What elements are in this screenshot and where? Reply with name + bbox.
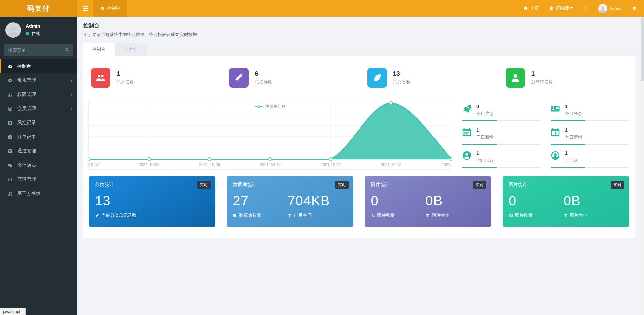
browser-status-tooltip: javascript:; (0, 308, 26, 315)
summary-label: 当前分类总记录数 (95, 212, 209, 218)
mini-stat-value: 0 (476, 103, 494, 109)
realtime-badge: 实时 (611, 181, 624, 189)
summary-card-database: 数据库统计 实时 27 数据表数量 704KB 占用空间 (227, 176, 353, 227)
sidebar-search (4, 44, 73, 56)
mini-stat-label: 月活跃 (565, 158, 578, 164)
tachometer-icon (7, 64, 13, 69)
mini-stat-label: 今日注册 (476, 111, 494, 117)
mini-stat-label: 七日新增 (565, 134, 582, 140)
svg-text:2021-10-11: 2021-10-11 (320, 162, 341, 167)
sidebar-item-risk-records[interactable]: 风控记录 (0, 116, 77, 130)
topnav-tab-dashboard[interactable]: 控制台 (93, 0, 127, 17)
sidebar-item-general[interactable]: 常规管理 ‹ (0, 73, 77, 88)
summary-value: 27 (233, 193, 288, 208)
fullscreen-button[interactable] (583, 6, 588, 11)
sidebar-item-third-party-login[interactable]: 第三方登录 (0, 186, 77, 201)
sidebar-item-label: 充值管理 (17, 176, 36, 182)
mini-stat-month-active: 1 月活跃 (551, 148, 630, 170)
sidebar-item-channels[interactable]: 通道管理 (0, 144, 77, 158)
sidebar-item-recharge[interactable]: 充值管理 (0, 172, 77, 186)
hamburger-icon (83, 6, 88, 11)
sidebar-item-label: 常规管理 (17, 77, 36, 83)
sidebar-item-members[interactable]: 会员管理 ‹ (0, 102, 77, 116)
chevron-left-icon: ‹ (70, 92, 72, 98)
group-icon (91, 68, 110, 88)
avatar[interactable] (5, 22, 21, 38)
stat-card-admins: 1 总管理员数 (504, 63, 629, 96)
tab-dashboard[interactable]: 控制台 (83, 43, 115, 56)
mini-stat-value: 1 (565, 103, 582, 109)
sidebar-item-dashboard[interactable]: 控制台 (0, 59, 77, 73)
calendar-plus-icon (551, 128, 560, 137)
home-link-label: 主页 (530, 5, 539, 11)
user-icon (506, 68, 525, 88)
user-menu-label: Admin (609, 6, 622, 11)
user-menu[interactable]: Admin (598, 4, 622, 13)
id-card-icon (551, 104, 560, 113)
stat-label: 总分类数 (393, 79, 411, 85)
mini-stat-progress (462, 167, 541, 168)
profile-status: 在线 (26, 31, 40, 37)
home-link[interactable]: 主页 (523, 5, 539, 11)
svg-text:2021-10-12: 2021-10-12 (381, 162, 402, 167)
realtime-badge: 实时 (197, 181, 211, 189)
sidebar-profile: Admin 在线 (0, 17, 77, 42)
chart-legend[interactable]: 注册用户数 (89, 104, 452, 109)
sidebar-item-label: 会员管理 (17, 106, 36, 112)
legend-marker-icon (255, 105, 263, 108)
summary-label: 图片大小 (564, 212, 618, 218)
user-circle-icon (7, 106, 13, 111)
image-icon (509, 213, 513, 218)
sidebar-item-order-records[interactable]: 订单记录 (0, 130, 77, 144)
svg-text:2021-10-08: 2021-10-08 (139, 162, 160, 167)
tab-custom[interactable]: 自定义 (115, 43, 147, 56)
page-scrollbar[interactable] (641, 17, 644, 315)
channel-k-icon (7, 149, 13, 154)
stat-card-members: 1 总会员数 (89, 63, 214, 96)
summary-title: 分类统计 (95, 182, 209, 188)
search-icon[interactable] (65, 47, 70, 52)
registered-users-chart[interactable]: 注册用户数 2021-10-072021-10-082021-10-092021… (88, 101, 452, 170)
stat-value: 1 (531, 70, 553, 77)
home-icon (523, 6, 528, 11)
users-group-icon (7, 191, 13, 196)
summary-title: 数据库统计 (233, 182, 347, 188)
summary-value: 0 (509, 193, 564, 208)
summary-value: 704KB (288, 193, 343, 208)
stat-label: 总会员数 (117, 79, 134, 85)
sidebar-item-label: 第三方登录 (17, 190, 41, 197)
stat-card-categories: 13 总分类数 (365, 63, 491, 96)
dashboard-panel: 1 总会员数 6 总插件数 13 总分类数 (83, 56, 635, 238)
sidebar-toggle-button[interactable] (77, 0, 93, 17)
stat-label: 总管理员数 (531, 79, 553, 85)
app-logo: 码支付 (0, 0, 77, 17)
wechat-icon (7, 163, 13, 168)
clear-cache-button[interactable]: 清除缓存 (549, 5, 573, 11)
area-chart-canvas: 2021-10-072021-10-082021-10-092021-10-10… (89, 101, 452, 169)
topbar-right: 主页 清除缓存 Admin (523, 0, 644, 17)
scrollbar-thumb[interactable] (641, 18, 644, 81)
summary-value: 0B (425, 193, 480, 208)
page-title: 控制台 (83, 22, 635, 29)
profile-name: Admin (26, 23, 40, 29)
svg-text:2021-10-13: 2021-10-13 (441, 162, 452, 167)
compass-pin-icon (7, 135, 13, 140)
summary-title: 附件统计 (371, 182, 485, 188)
content-tabs: 控制台 自定义 (83, 43, 635, 56)
summary-card-images: 图片统计 实时 0 图片数量 0B 图片大小 (503, 176, 629, 227)
chevron-left-icon: ‹ (70, 78, 72, 83)
sidebar-item-permissions[interactable]: 权限管理 ‹ (0, 88, 77, 102)
sidebar-item-wechat-clerk[interactable]: 微信店员 (0, 158, 77, 172)
settings-button[interactable] (632, 6, 637, 11)
users-group-icon (7, 92, 13, 97)
avatar (598, 4, 607, 13)
copy-icon (371, 213, 375, 218)
mini-stat-value: 1 (565, 150, 578, 156)
menu-search-input[interactable] (4, 44, 73, 56)
filter-icon (564, 213, 568, 218)
database-icon (233, 213, 237, 218)
magic-wand-icon (229, 68, 249, 88)
mini-stat-progress (462, 144, 541, 145)
sidebar-item-label: 微信店员 (17, 162, 36, 168)
online-status-dot (26, 32, 29, 35)
